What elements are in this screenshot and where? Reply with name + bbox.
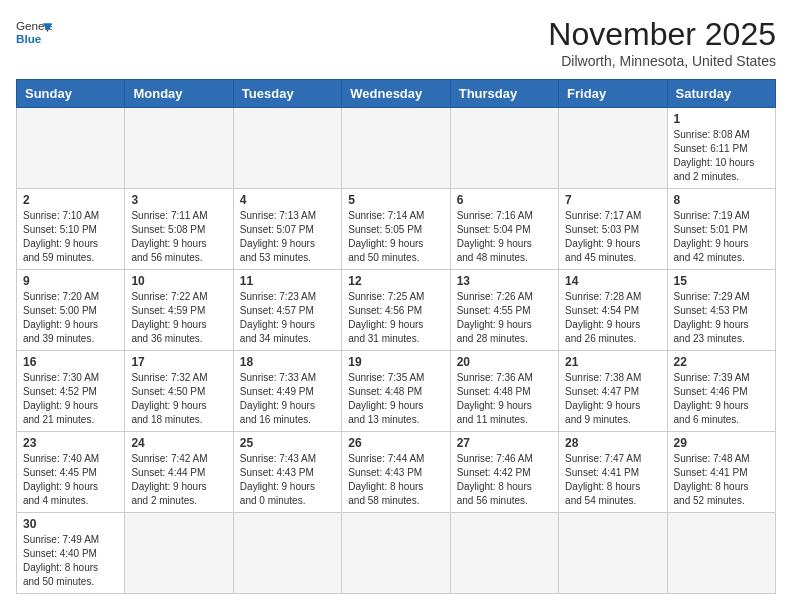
calendar-cell <box>450 513 558 594</box>
location: Dilworth, Minnesota, United States <box>548 53 776 69</box>
day-info: Sunrise: 7:22 AM Sunset: 4:59 PM Dayligh… <box>131 290 226 346</box>
calendar-cell: 5Sunrise: 7:14 AM Sunset: 5:05 PM Daylig… <box>342 189 450 270</box>
day-info: Sunrise: 7:32 AM Sunset: 4:50 PM Dayligh… <box>131 371 226 427</box>
day-info: Sunrise: 7:19 AM Sunset: 5:01 PM Dayligh… <box>674 209 769 265</box>
week-row-3: 9Sunrise: 7:20 AM Sunset: 5:00 PM Daylig… <box>17 270 776 351</box>
calendar-cell: 30Sunrise: 7:49 AM Sunset: 4:40 PM Dayli… <box>17 513 125 594</box>
calendar-cell <box>342 108 450 189</box>
calendar-cell: 24Sunrise: 7:42 AM Sunset: 4:44 PM Dayli… <box>125 432 233 513</box>
date-number: 18 <box>240 355 335 369</box>
calendar-cell <box>125 108 233 189</box>
weekday-header-friday: Friday <box>559 80 667 108</box>
calendar-cell: 13Sunrise: 7:26 AM Sunset: 4:55 PM Dayli… <box>450 270 558 351</box>
calendar-cell: 9Sunrise: 7:20 AM Sunset: 5:00 PM Daylig… <box>17 270 125 351</box>
day-info: Sunrise: 7:43 AM Sunset: 4:43 PM Dayligh… <box>240 452 335 508</box>
day-info: Sunrise: 7:17 AM Sunset: 5:03 PM Dayligh… <box>565 209 660 265</box>
day-info: Sunrise: 7:33 AM Sunset: 4:49 PM Dayligh… <box>240 371 335 427</box>
date-number: 15 <box>674 274 769 288</box>
week-row-4: 16Sunrise: 7:30 AM Sunset: 4:52 PM Dayli… <box>17 351 776 432</box>
date-number: 25 <box>240 436 335 450</box>
calendar-cell <box>233 108 341 189</box>
date-number: 30 <box>23 517 118 531</box>
month-title: November 2025 <box>548 16 776 53</box>
date-number: 2 <box>23 193 118 207</box>
day-info: Sunrise: 7:10 AM Sunset: 5:10 PM Dayligh… <box>23 209 118 265</box>
day-info: Sunrise: 7:25 AM Sunset: 4:56 PM Dayligh… <box>348 290 443 346</box>
date-number: 23 <box>23 436 118 450</box>
day-info: Sunrise: 7:46 AM Sunset: 4:42 PM Dayligh… <box>457 452 552 508</box>
day-info: Sunrise: 7:48 AM Sunset: 4:41 PM Dayligh… <box>674 452 769 508</box>
week-row-6: 30Sunrise: 7:49 AM Sunset: 4:40 PM Dayli… <box>17 513 776 594</box>
calendar-cell: 22Sunrise: 7:39 AM Sunset: 4:46 PM Dayli… <box>667 351 775 432</box>
day-info: Sunrise: 8:08 AM Sunset: 6:11 PM Dayligh… <box>674 128 769 184</box>
calendar-cell: 15Sunrise: 7:29 AM Sunset: 4:53 PM Dayli… <box>667 270 775 351</box>
calendar-cell: 3Sunrise: 7:11 AM Sunset: 5:08 PM Daylig… <box>125 189 233 270</box>
date-number: 16 <box>23 355 118 369</box>
calendar-cell <box>233 513 341 594</box>
calendar-cell <box>17 108 125 189</box>
calendar-cell: 1Sunrise: 8:08 AM Sunset: 6:11 PM Daylig… <box>667 108 775 189</box>
date-number: 22 <box>674 355 769 369</box>
day-info: Sunrise: 7:40 AM Sunset: 4:45 PM Dayligh… <box>23 452 118 508</box>
date-number: 29 <box>674 436 769 450</box>
calendar-cell: 10Sunrise: 7:22 AM Sunset: 4:59 PM Dayli… <box>125 270 233 351</box>
calendar-cell: 16Sunrise: 7:30 AM Sunset: 4:52 PM Dayli… <box>17 351 125 432</box>
day-info: Sunrise: 7:30 AM Sunset: 4:52 PM Dayligh… <box>23 371 118 427</box>
weekday-header-wednesday: Wednesday <box>342 80 450 108</box>
calendar-cell: 2Sunrise: 7:10 AM Sunset: 5:10 PM Daylig… <box>17 189 125 270</box>
date-number: 28 <box>565 436 660 450</box>
date-number: 11 <box>240 274 335 288</box>
calendar-cell <box>667 513 775 594</box>
calendar-cell: 29Sunrise: 7:48 AM Sunset: 4:41 PM Dayli… <box>667 432 775 513</box>
date-number: 3 <box>131 193 226 207</box>
date-number: 20 <box>457 355 552 369</box>
weekday-header-monday: Monday <box>125 80 233 108</box>
date-number: 12 <box>348 274 443 288</box>
day-info: Sunrise: 7:28 AM Sunset: 4:54 PM Dayligh… <box>565 290 660 346</box>
day-info: Sunrise: 7:11 AM Sunset: 5:08 PM Dayligh… <box>131 209 226 265</box>
day-info: Sunrise: 7:36 AM Sunset: 4:48 PM Dayligh… <box>457 371 552 427</box>
calendar-cell <box>125 513 233 594</box>
date-number: 1 <box>674 112 769 126</box>
day-info: Sunrise: 7:44 AM Sunset: 4:43 PM Dayligh… <box>348 452 443 508</box>
calendar-cell: 17Sunrise: 7:32 AM Sunset: 4:50 PM Dayli… <box>125 351 233 432</box>
date-number: 14 <box>565 274 660 288</box>
date-number: 17 <box>131 355 226 369</box>
day-info: Sunrise: 7:39 AM Sunset: 4:46 PM Dayligh… <box>674 371 769 427</box>
calendar-cell: 19Sunrise: 7:35 AM Sunset: 4:48 PM Dayli… <box>342 351 450 432</box>
weekday-header-sunday: Sunday <box>17 80 125 108</box>
date-number: 4 <box>240 193 335 207</box>
week-row-1: 1Sunrise: 8:08 AM Sunset: 6:11 PM Daylig… <box>17 108 776 189</box>
day-info: Sunrise: 7:16 AM Sunset: 5:04 PM Dayligh… <box>457 209 552 265</box>
weekday-header-row: SundayMondayTuesdayWednesdayThursdayFrid… <box>17 80 776 108</box>
day-info: Sunrise: 7:13 AM Sunset: 5:07 PM Dayligh… <box>240 209 335 265</box>
date-number: 6 <box>457 193 552 207</box>
calendar-table: SundayMondayTuesdayWednesdayThursdayFrid… <box>16 79 776 594</box>
date-number: 24 <box>131 436 226 450</box>
day-info: Sunrise: 7:29 AM Sunset: 4:53 PM Dayligh… <box>674 290 769 346</box>
day-info: Sunrise: 7:26 AM Sunset: 4:55 PM Dayligh… <box>457 290 552 346</box>
day-info: Sunrise: 7:23 AM Sunset: 4:57 PM Dayligh… <box>240 290 335 346</box>
header: General Blue November 2025 Dilworth, Min… <box>16 16 776 69</box>
calendar-cell: 26Sunrise: 7:44 AM Sunset: 4:43 PM Dayli… <box>342 432 450 513</box>
calendar-cell: 28Sunrise: 7:47 AM Sunset: 4:41 PM Dayli… <box>559 432 667 513</box>
calendar-cell: 14Sunrise: 7:28 AM Sunset: 4:54 PM Dayli… <box>559 270 667 351</box>
calendar-cell: 27Sunrise: 7:46 AM Sunset: 4:42 PM Dayli… <box>450 432 558 513</box>
calendar-cell <box>342 513 450 594</box>
day-info: Sunrise: 7:20 AM Sunset: 5:00 PM Dayligh… <box>23 290 118 346</box>
day-info: Sunrise: 7:42 AM Sunset: 4:44 PM Dayligh… <box>131 452 226 508</box>
calendar-cell: 8Sunrise: 7:19 AM Sunset: 5:01 PM Daylig… <box>667 189 775 270</box>
day-info: Sunrise: 7:38 AM Sunset: 4:47 PM Dayligh… <box>565 371 660 427</box>
calendar-cell: 7Sunrise: 7:17 AM Sunset: 5:03 PM Daylig… <box>559 189 667 270</box>
title-area: November 2025 Dilworth, Minnesota, Unite… <box>548 16 776 69</box>
date-number: 7 <box>565 193 660 207</box>
date-number: 10 <box>131 274 226 288</box>
day-info: Sunrise: 7:35 AM Sunset: 4:48 PM Dayligh… <box>348 371 443 427</box>
weekday-header-tuesday: Tuesday <box>233 80 341 108</box>
date-number: 5 <box>348 193 443 207</box>
date-number: 19 <box>348 355 443 369</box>
date-number: 8 <box>674 193 769 207</box>
calendar-cell: 21Sunrise: 7:38 AM Sunset: 4:47 PM Dayli… <box>559 351 667 432</box>
calendar-cell <box>559 108 667 189</box>
calendar-cell: 18Sunrise: 7:33 AM Sunset: 4:49 PM Dayli… <box>233 351 341 432</box>
